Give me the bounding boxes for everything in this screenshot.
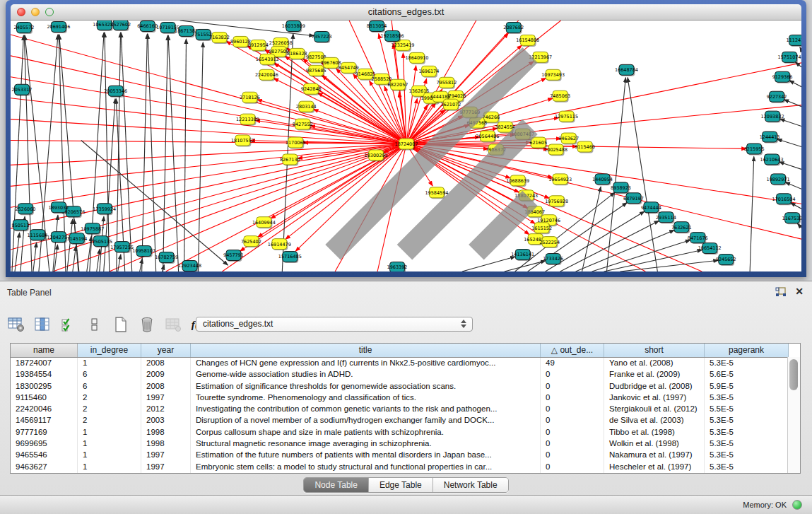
table-row[interactable]: 1872400712008Changes of HCN gene express…	[11, 358, 800, 369]
resize-grip-icon[interactable]	[11, 21, 800, 270]
table-cell: 5.5E-5	[705, 404, 789, 415]
table-cell: 9777169	[11, 427, 78, 438]
tab-edge-table[interactable]: Edge Table	[369, 478, 433, 492]
table-cell: de Silva et al. (2003)	[604, 415, 705, 426]
table-cell: 1998	[141, 427, 191, 438]
table-cell: 1	[78, 438, 141, 450]
table-cell: 5.3E-5	[705, 415, 789, 426]
dropdown-arrows-icon	[461, 320, 466, 328]
table-row[interactable]: 946362711997Embryonic stem cells: a mode…	[11, 462, 800, 473]
table-row[interactable]: 946554611997Estimation of the future num…	[11, 450, 800, 461]
column-header-out_de[interactable]: △ out_de...	[541, 344, 604, 357]
panel-title: Table Panel	[7, 288, 52, 298]
column-header-short[interactable]: short	[604, 344, 705, 357]
table-cell: Corpus callosum shape and size in male p…	[191, 427, 541, 438]
table-cell: Hescheler et al. (1997)	[604, 462, 705, 473]
table-cell: 5.3E-5	[705, 392, 789, 404]
table-cell: Nakamura et al. (1997)	[604, 450, 705, 461]
table-cell: 2008	[141, 381, 191, 392]
tab-network-table[interactable]: Network Table	[433, 478, 508, 492]
trash-icon[interactable]	[138, 315, 156, 334]
network-view-window: citations_edges.txt 18724007716382289601…	[6, 0, 806, 277]
table-row[interactable]: 911546021997Tourette syndrome. Phenomeno…	[11, 392, 800, 404]
table-cell: 1997	[141, 450, 191, 461]
memory-status-label: Memory: OK	[743, 501, 787, 509]
table-cell: 1	[78, 358, 141, 369]
table-toolbar: f(x)	[7, 313, 208, 337]
table-cell: 2	[78, 392, 141, 404]
table-cell: 0	[541, 369, 604, 380]
status-bar: Memory: OK	[0, 495, 812, 514]
table-cell: 0	[541, 392, 604, 404]
table-cell: 6	[78, 381, 141, 392]
table-settings-icon[interactable]	[7, 315, 25, 334]
table-selector-dropdown[interactable]: citations_edges.txt	[196, 317, 473, 332]
table-cell: 2	[78, 404, 141, 415]
window-titlebar[interactable]: citations_edges.txt	[11, 4, 801, 21]
table-cell: Investigating the contribution of common…	[191, 404, 541, 415]
table-cell: Structural magnetic resonance image aver…	[191, 438, 541, 450]
table-cell: 9463627	[11, 462, 78, 473]
table-cell: 5.3E-5	[705, 427, 789, 438]
scrollbar-thumb[interactable]	[789, 359, 798, 390]
column-header-title[interactable]: title	[191, 344, 541, 357]
table-cell: 9699695	[11, 438, 78, 450]
window-title: citations_edges.txt	[11, 4, 801, 20]
node-table: namein_degreeyeartitle△ out_de...shortpa…	[10, 343, 801, 474]
import-table-icon[interactable]	[164, 315, 182, 334]
table-cell: 0	[541, 427, 604, 438]
table-cell: 0	[541, 438, 604, 450]
table-cell: 9465546	[11, 450, 78, 461]
minimize-window-icon[interactable]	[31, 8, 40, 16]
table-cell: 19384554	[11, 369, 78, 380]
new-document-icon[interactable]	[112, 315, 130, 334]
table-cell: 6	[78, 369, 141, 380]
table-cell: 14569117	[11, 415, 78, 426]
close-panel-icon[interactable]: ✕	[795, 286, 804, 297]
table-cell: 1	[78, 450, 141, 461]
table-cell: Disruption of a novel member of a sodium…	[191, 415, 541, 426]
table-cell: Franke et al. (2009)	[604, 369, 705, 380]
graph-edge	[800, 47, 801, 50]
select-column-icon[interactable]	[33, 315, 52, 334]
table-row[interactable]: 1830029562008Estimation of significance …	[11, 381, 800, 392]
column-header-pagerank[interactable]: pagerank	[705, 344, 789, 357]
table-cell: 5.3E-5	[705, 438, 789, 450]
table-cell: 22420046	[11, 404, 78, 415]
rows-icon[interactable]	[86, 315, 104, 334]
table-cell: 0	[541, 450, 604, 461]
float-panel-icon[interactable]	[775, 287, 787, 298]
table-cell: 49	[541, 358, 604, 369]
table-cell: Stergiakouli et al. (2012)	[604, 404, 705, 415]
memory-ok-led-icon	[792, 500, 802, 510]
table-cell: 1998	[141, 438, 191, 450]
table-header: namein_degreeyeartitle△ out_de...shortpa…	[11, 344, 800, 358]
table-row[interactable]: 969969511998Structural magnetic resonanc…	[11, 438, 800, 450]
table-body: 1872400712008Changes of HCN gene express…	[11, 358, 800, 473]
table-cell: Estimation of the future numbers of pati…	[191, 450, 541, 461]
table-cell: 18300295	[11, 381, 78, 392]
table-cell: Changes of HCN gene expression and I(f) …	[191, 358, 541, 369]
table-cell: Tourette syndrome. Phenomenology and cla…	[191, 392, 541, 404]
close-window-icon[interactable]	[17, 8, 25, 16]
table-cell: 5.3E-5	[705, 462, 789, 473]
zoom-window-icon[interactable]	[45, 8, 54, 16]
table-row[interactable]: 1938455462009Genome-wide association stu…	[11, 369, 800, 380]
table-cell: 5.6E-5	[705, 369, 789, 380]
table-row[interactable]: 2242004622012Investigating the contribut…	[11, 404, 800, 415]
table-cell: 2003	[141, 415, 191, 426]
column-header-in_degree[interactable]: in_degree	[78, 344, 141, 357]
table-cell: 1997	[141, 392, 191, 404]
table-panel: Table Panel ✕	[0, 281, 812, 496]
table-cell: 18724007	[11, 358, 78, 369]
table-cell: Genome-wide association studies in ADHD.	[191, 369, 541, 380]
table-row[interactable]: 977716911998Corpus callosum shape and si…	[11, 427, 800, 438]
column-header-year[interactable]: year	[141, 344, 191, 357]
column-header-name[interactable]: name	[11, 344, 78, 357]
network-canvas[interactable]: 1872400771638228960128891295425226058982…	[11, 21, 801, 271]
table-row[interactable]: 1456911722003Disruption of a novel membe…	[11, 415, 800, 426]
table-cell: 5.3E-5	[705, 450, 789, 461]
table-cell: Tibbo et al. (1998)	[604, 427, 705, 438]
checklist-icon[interactable]	[59, 315, 78, 334]
tab-node-table[interactable]: Node Table	[304, 478, 369, 492]
